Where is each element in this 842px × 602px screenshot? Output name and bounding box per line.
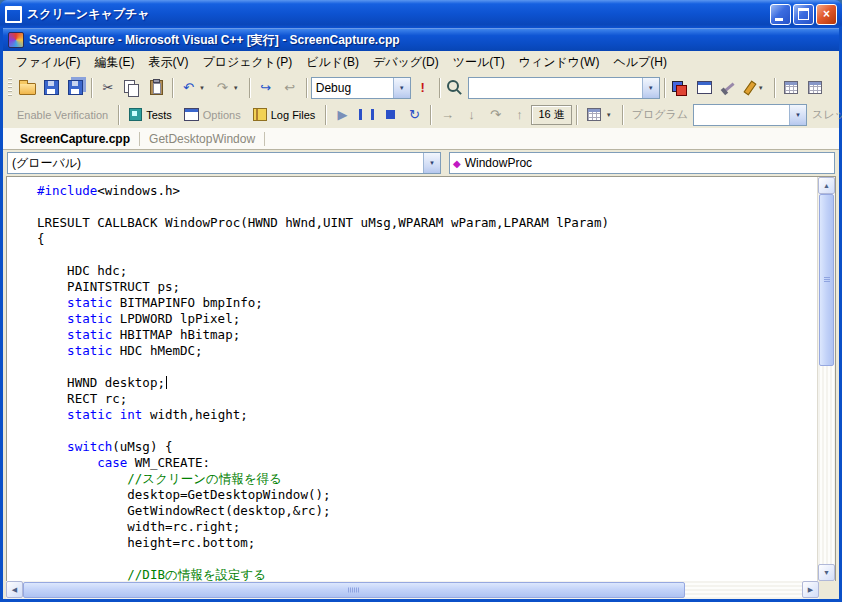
navigate-back-button[interactable]: ↩: [278, 77, 302, 99]
menu-item[interactable]: プロジェクト(P): [195, 51, 299, 74]
edit-filter-button[interactable]: ▼: [741, 77, 770, 99]
program-combo-arrow[interactable]: ▼: [789, 105, 806, 125]
toolbar-grip[interactable]: [8, 78, 12, 98]
menu-item[interactable]: ファイル(F): [9, 51, 87, 74]
options-button[interactable]: Options: [178, 104, 247, 126]
restart-button[interactable]: ↻: [402, 104, 426, 126]
menu-item[interactable]: デバッグ(D): [366, 51, 446, 74]
save-all-button[interactable]: [63, 77, 87, 99]
scroll-left-button[interactable]: ◀: [6, 581, 23, 598]
execute-button[interactable]: !: [411, 77, 435, 99]
scroll-down-button[interactable]: ▼: [818, 564, 835, 581]
scroll-right-button[interactable]: ▶: [802, 581, 819, 598]
cut-icon: ✂: [103, 81, 114, 94]
menu-item[interactable]: ヘルプ(H): [606, 51, 674, 74]
resource-grid-button[interactable]: [779, 77, 803, 99]
find-combo-arrow[interactable]: ▼: [642, 78, 659, 98]
maximize-icon: [798, 8, 809, 20]
code-line: static int width,height;: [37, 407, 817, 423]
undo-button[interactable]: ↶▼: [177, 77, 211, 99]
code-line: HWND desktop;: [37, 375, 817, 391]
horizontal-scroll-thumb[interactable]: [23, 582, 685, 598]
paste-button[interactable]: [144, 77, 168, 99]
step-over-icon: ↷: [490, 108, 501, 121]
step-into-icon: ↓: [468, 108, 475, 121]
document-tab[interactable]: GetDesktopWindow: [140, 132, 265, 146]
break-button[interactable]: [354, 104, 378, 126]
menu-item[interactable]: 表示(V): [141, 51, 195, 74]
scope-combo[interactable]: (グローバル) ▼: [7, 152, 441, 174]
code-line: width=rc.right;: [37, 519, 817, 535]
toolbar-separator: [576, 105, 577, 125]
close-button[interactable]: ×: [816, 4, 837, 25]
scroll-up-button[interactable]: ▲: [818, 177, 835, 194]
stop-debugging-button[interactable]: [378, 104, 402, 126]
redo-icon: ↷: [217, 81, 228, 94]
menu-item[interactable]: ツール(T): [446, 51, 512, 74]
code-line: HDC hdc;: [37, 263, 817, 279]
find-combo[interactable]: ▼: [468, 77, 660, 99]
code-line: desktop=GetDesktopWindow();: [37, 487, 817, 503]
navigate-forward-button[interactable]: ↪: [254, 77, 278, 99]
redo-button[interactable]: ↷▼: [211, 77, 245, 99]
hex-display-toggle[interactable]: 16 進: [531, 105, 571, 125]
workspace-button[interactable]: [669, 77, 693, 99]
resource-grid-button-2[interactable]: [803, 77, 827, 99]
menu-item[interactable]: ビルド(B): [299, 51, 366, 74]
configuration-combo[interactable]: Debug ▼: [311, 77, 411, 99]
document-tab-bar: ScreenCapture.cppGetDesktopWindow: [3, 128, 839, 150]
go-button[interactable]: ▶: [330, 104, 354, 126]
configuration-combo-arrow[interactable]: ▼: [393, 78, 410, 98]
search-icon: [447, 80, 459, 92]
cut-button[interactable]: ✂: [96, 77, 120, 99]
minimize-button[interactable]: [770, 4, 791, 25]
save-all-icon: [68, 80, 83, 95]
toolbar-separator: [439, 78, 440, 98]
build-tool-button[interactable]: [717, 77, 741, 99]
vertical-scrollbar[interactable]: ▲ ▼: [817, 177, 835, 581]
scope-combo-arrow[interactable]: ▼: [423, 153, 440, 173]
open-button[interactable]: [15, 77, 39, 99]
vertical-scroll-track[interactable]: [818, 366, 835, 564]
copy-icon: [124, 80, 135, 93]
paste-icon: [150, 80, 163, 95]
app-titlebar[interactable]: ScreenCapture - Microsoft Visual C++ [実行…: [3, 28, 839, 51]
step-out-button[interactable]: ↑: [507, 104, 531, 126]
code-editor[interactable]: #include<windows.h> LRESULT CALLBACK Win…: [7, 177, 817, 581]
menu-item[interactable]: 編集(E): [87, 51, 141, 74]
program-combo[interactable]: ▼: [693, 104, 807, 126]
show-next-statement-button[interactable]: →: [435, 104, 459, 126]
wizard-bar: (グローバル) ▼ ◆ WindowProc: [3, 150, 839, 176]
document-tab[interactable]: ScreenCapture.cpp: [11, 132, 140, 146]
code-line: switch(uMsg) {: [37, 439, 817, 455]
step-over-button[interactable]: ↷: [483, 104, 507, 126]
copy-button[interactable]: [120, 77, 144, 99]
member-combo[interactable]: ◆ WindowProc: [449, 152, 835, 174]
toolbar-separator: [622, 105, 623, 125]
output-window-button[interactable]: [693, 77, 717, 99]
find-button[interactable]: [444, 77, 468, 99]
outer-titlebar[interactable]: スクリーンキャプチャ ×: [0, 0, 842, 28]
toolbar-separator: [91, 78, 92, 98]
log-files-button[interactable]: Log Files: [247, 104, 322, 126]
horizontal-scroll-track[interactable]: [685, 581, 802, 599]
save-button[interactable]: [39, 77, 63, 99]
code-line: case WM_CREATE:: [37, 455, 817, 471]
memory-window-button[interactable]: ▼: [581, 104, 618, 126]
enable-verification-button[interactable]: Enable Verification: [11, 104, 114, 126]
step-into-button[interactable]: ↓: [459, 104, 483, 126]
chevron-down-icon: ▼: [648, 85, 654, 91]
horizontal-scrollbar[interactable]: ◀ ▶: [6, 581, 819, 599]
menu-bar: ファイル(F)編集(E)表示(V)プロジェクト(P)ビルド(B)デバッグ(D)ツ…: [3, 51, 839, 74]
vertical-scroll-thumb[interactable]: [819, 194, 834, 366]
menu-item[interactable]: ウィンドウ(W): [512, 51, 607, 74]
outer-window-title: スクリーンキャプチャ: [27, 6, 765, 23]
maximize-button[interactable]: [793, 4, 814, 25]
tests-button[interactable]: Tests: [123, 104, 178, 126]
toolbar-debug: Enable Verification Tests Options Log Fi…: [3, 101, 839, 128]
code-line: #include<windows.h>: [37, 183, 817, 199]
code-lines[interactable]: #include<windows.h> LRESULT CALLBACK Win…: [7, 177, 817, 581]
visual-cpp-icon: [8, 32, 24, 48]
grid-icon: [808, 81, 822, 94]
toolbar-separator: [325, 105, 326, 125]
